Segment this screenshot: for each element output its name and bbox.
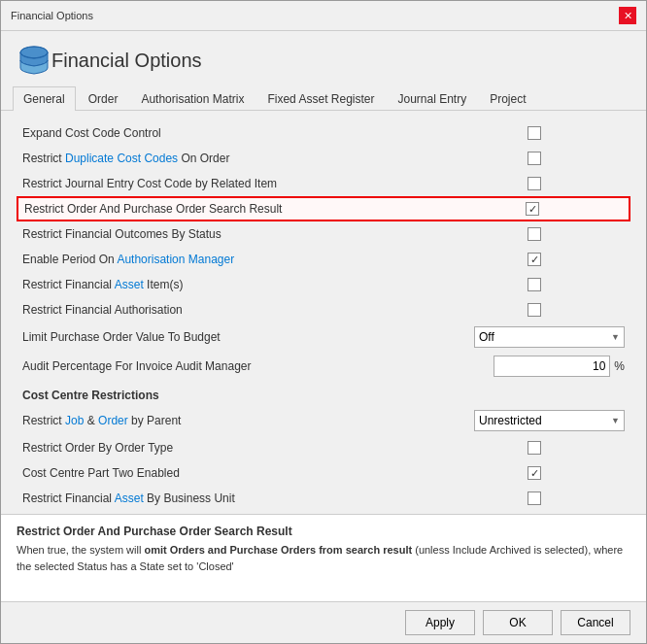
option-restrict-financial-asset-business-unit: Restrict Financial Asset By Business Uni…: [17, 486, 630, 511]
checkbox-restrict-financial-outcomes[interactable]: [528, 227, 541, 241]
checkbox-restrict-financial-asset-business-unit[interactable]: [528, 491, 541, 505]
checkbox-restrict-duplicate-cost-codes[interactable]: [528, 152, 541, 165]
checkbox-restrict-order-purchase-order[interactable]: [526, 202, 539, 216]
tab-general[interactable]: General: [13, 86, 76, 111]
dropdown-limit-purchase-order[interactable]: Off ▼: [474, 326, 625, 348]
option-label: Expand Cost Code Control: [22, 126, 528, 140]
checkbox-cost-centre-part-two[interactable]: [528, 466, 541, 480]
checkbox-restrict-journal-entry-cost-code[interactable]: [528, 177, 541, 190]
checkbox-restrict-financial-asset-items[interactable]: [528, 278, 541, 291]
database-icon: [17, 43, 51, 78]
option-restrict-financial-outcomes: Restrict Financial Outcomes By Status: [17, 221, 630, 247]
option-restrict-job-order-parent: Restrict Job & Order by Parent Unrestric…: [17, 406, 630, 435]
chevron-down-icon: ▼: [611, 416, 620, 425]
tab-journal-entry[interactable]: Journal Entry: [387, 86, 477, 111]
options-list: Expand Cost Code Control Restrict Duplic…: [1, 111, 646, 514]
close-button[interactable]: ✕: [619, 7, 636, 24]
option-audit-percentage: Audit Percentage For Invoice Audit Manag…: [17, 352, 630, 381]
option-label: Enable Period On Authorisation Manager: [22, 253, 528, 266]
option-restrict-financial-authorisation: Restrict Financial Authorisation: [17, 297, 630, 322]
option-restrict-financial-asset-items: Restrict Financial Asset Item(s): [17, 272, 630, 297]
percent-label: %: [614, 359, 625, 373]
dropdown-value: Off: [479, 330, 494, 344]
header-title: Financial Options: [51, 50, 202, 72]
title-bar-text: Financial Options: [11, 10, 93, 21]
option-label: Restrict Financial Authorisation: [22, 303, 528, 317]
header: Financial Options: [1, 31, 646, 85]
content-area: Expand Cost Code Control Restrict Duplic…: [1, 111, 646, 643]
description-box: Restrict Order And Purchase Order Search…: [1, 514, 646, 601]
option-limit-purchase-order-value: Limit Purchase Order Value To Budget Off…: [17, 322, 630, 352]
option-expand-cost-code: Expand Cost Code Control: [17, 120, 630, 146]
tab-authorisation-matrix[interactable]: Authorisation Matrix: [130, 86, 255, 111]
option-label: Restrict Journal Entry Cost Code by Rela…: [22, 177, 528, 190]
apply-button[interactable]: Apply: [405, 610, 475, 635]
option-label: Restrict Financial Outcomes By Status: [22, 227, 528, 241]
option-cost-centre-part-two: Cost Centre Part Two Enabled: [17, 460, 630, 486]
checkbox-enable-period-authorisation[interactable]: [528, 253, 541, 266]
checkbox-restrict-order-by-type[interactable]: [528, 441, 541, 455]
title-bar: Financial Options ✕: [1, 1, 646, 31]
desc-body-bold: omit Orders and Purchase Orders from sea…: [144, 544, 412, 556]
option-label: Restrict Financial Asset By Business Uni…: [22, 491, 528, 505]
financial-options-dialog: Financial Options ✕ Financial Options Ge…: [0, 0, 647, 644]
option-label: Restrict Order By Order Type: [22, 441, 528, 455]
chevron-down-icon: ▼: [611, 332, 620, 342]
description-body: When true, the system will omit Orders a…: [17, 542, 630, 574]
tab-order[interactable]: Order: [78, 86, 129, 111]
option-label: Restrict Financial Asset Item(s): [22, 278, 528, 291]
checkbox-restrict-financial-authorisation[interactable]: [528, 303, 541, 317]
button-bar: Apply OK Cancel: [1, 601, 646, 643]
option-label: Audit Percentage For Invoice Audit Manag…: [22, 359, 494, 373]
option-label: Restrict Job & Order by Parent: [22, 414, 474, 427]
section-header-cost-centre: Cost Centre Restrictions: [17, 381, 630, 406]
checkbox-expand-cost-code[interactable]: [528, 126, 541, 140]
option-label: Restrict Order And Purchase Order Search…: [24, 202, 526, 216]
option-enable-period-authorisation: Enable Period On Authorisation Manager: [17, 247, 630, 272]
description-title: Restrict Order And Purchase Order Search…: [17, 525, 630, 538]
option-label: Limit Purchase Order Value To Budget: [22, 330, 474, 344]
ok-button[interactable]: OK: [483, 610, 553, 635]
tab-fixed-asset-register[interactable]: Fixed Asset Register: [256, 86, 385, 111]
audit-percentage-input[interactable]: [494, 356, 610, 377]
desc-body-prefix: When true, the system will: [17, 544, 144, 556]
cancel-button[interactable]: Cancel: [561, 610, 630, 635]
option-restrict-order-purchase-order: Restrict Order And Purchase Order Search…: [17, 196, 630, 221]
tab-project[interactable]: Project: [479, 86, 536, 111]
option-label: Cost Centre Part Two Enabled: [22, 466, 528, 480]
option-restrict-duplicate-cost-codes: Restrict Duplicate Cost Codes On Order: [17, 146, 630, 171]
tabs-container: General Order Authorisation Matrix Fixed…: [1, 85, 646, 111]
option-restrict-order-by-type: Restrict Order By Order Type: [17, 435, 630, 460]
option-label: Restrict Duplicate Cost Codes On Order: [22, 152, 528, 165]
option-restrict-journal-entry-cost-code: Restrict Journal Entry Cost Code by Rela…: [17, 171, 630, 196]
dropdown-restrict-job-order[interactable]: Unrestricted ▼: [474, 410, 625, 431]
dropdown-value: Unrestricted: [479, 414, 542, 427]
